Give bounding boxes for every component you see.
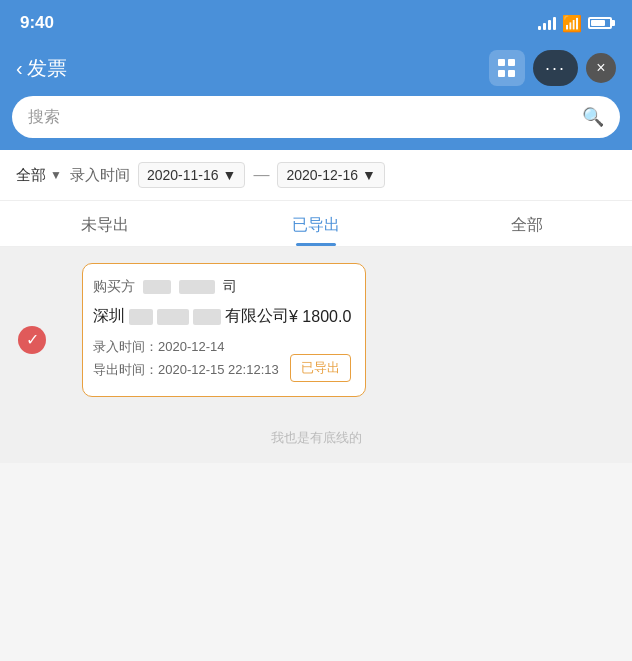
buyer-suffix: 司 (223, 278, 237, 296)
all-filter-button[interactable]: 全部 ▼ (16, 166, 62, 185)
search-icon: 🔍 (582, 106, 604, 128)
status-icons: 📶 (538, 14, 612, 33)
nav-bar: ‹ 发票 ··· × (0, 44, 632, 96)
card-content: 购买方 司 深圳有限公司 ¥ 1800.0 录入时间：2020-12-14 (83, 264, 365, 396)
meta-text: 录入时间：2020-12-14 导出时间：2020-12-15 22:12:13 (93, 335, 279, 382)
buyer-name-block2 (179, 280, 215, 294)
tab-all[interactable]: 全部 (421, 201, 632, 246)
company-prefix: 深圳 (93, 306, 125, 327)
status-time: 9:40 (20, 13, 54, 33)
close-button[interactable]: × (586, 53, 616, 83)
nav-actions: ··· × (489, 50, 616, 86)
invoice-card[interactable]: 购买方 司 深圳有限公司 ¥ 1800.0 录入时间：2020-12-14 (82, 263, 366, 397)
check-icon: ✓ (18, 326, 46, 354)
company-name: 深圳有限公司 (93, 306, 289, 327)
time-filter-label: 录入时间 (70, 166, 130, 185)
export-time: 导出时间：2020-12-15 22:12:13 (93, 358, 279, 381)
more-dots-icon: ··· (545, 58, 566, 79)
entry-time: 录入时间：2020-12-14 (93, 335, 279, 358)
tab-exported[interactable]: 已导出 (211, 201, 422, 246)
footer: 我也是有底线的 (0, 413, 632, 463)
company-block2 (157, 309, 189, 325)
all-filter-arrow-icon: ▼ (50, 168, 62, 182)
buyer-name-block1 (143, 280, 171, 294)
filter-bar: 全部 ▼ 录入时间 2020-11-16 ▼ — 2020-12-16 ▼ (0, 150, 632, 201)
end-date-value: 2020-12-16 (286, 167, 358, 183)
exported-badge: 已导出 (290, 354, 351, 382)
wifi-icon: 📶 (562, 14, 582, 33)
invoice-card-wrapper: ✓ 购买方 司 深圳有限公司 ¥ 1800.0 (12, 263, 620, 397)
tab-not-exported[interactable]: 未导出 (0, 201, 211, 246)
footer-text: 我也是有底线的 (271, 430, 362, 445)
start-date-arrow-icon: ▼ (223, 167, 237, 183)
content-area: ✓ 购买方 司 深圳有限公司 ¥ 1800.0 (0, 247, 632, 413)
all-filter-label: 全部 (16, 166, 46, 185)
company-block1 (129, 309, 153, 325)
company-block3 (193, 309, 221, 325)
start-date-value: 2020-11-16 (147, 167, 219, 183)
back-arrow-icon: ‹ (16, 57, 23, 80)
company-suffix: 有限公司 (225, 306, 289, 327)
start-date-button[interactable]: 2020-11-16 ▼ (138, 162, 245, 188)
end-date-button[interactable]: 2020-12-16 ▼ (277, 162, 384, 188)
nav-title: 发票 (27, 55, 67, 82)
check-area: ✓ (12, 283, 52, 397)
card-header: 购买方 司 (93, 278, 351, 296)
search-container: 搜索 🔍 (0, 96, 632, 150)
grid-dots-icon (498, 59, 516, 77)
end-date-arrow-icon: ▼ (362, 167, 376, 183)
battery-icon (588, 17, 612, 29)
tab-bar: 未导出 已导出 全部 (0, 201, 632, 247)
more-options-pill[interactable]: ··· (533, 50, 578, 86)
grid-menu-button[interactable] (489, 50, 525, 86)
date-separator: — (253, 166, 269, 184)
signal-icon (538, 16, 556, 30)
status-bar: 9:40 📶 (0, 0, 632, 44)
close-icon: × (596, 59, 605, 77)
company-row: 深圳有限公司 ¥ 1800.0 (93, 306, 351, 327)
search-placeholder: 搜索 (28, 107, 574, 128)
back-button[interactable]: ‹ 发票 (16, 55, 67, 82)
buyer-label: 购买方 (93, 278, 135, 296)
search-bar[interactable]: 搜索 🔍 (12, 96, 620, 138)
meta-row: 录入时间：2020-12-14 导出时间：2020-12-15 22:12:13… (93, 335, 351, 382)
invoice-amount: ¥ 1800.0 (289, 308, 351, 326)
